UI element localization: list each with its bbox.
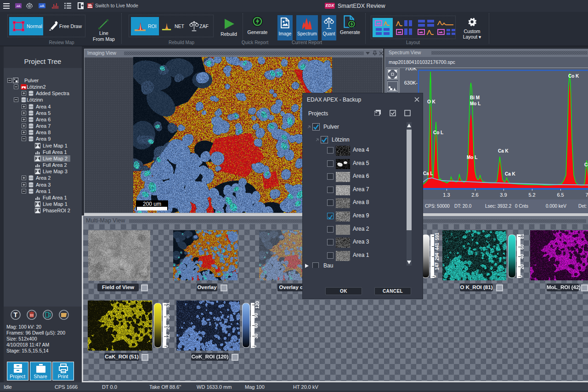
svg-text:700K: 700K bbox=[405, 68, 417, 71]
svg-text:630K-: 630K- bbox=[404, 80, 418, 85]
svg-text:T: T bbox=[13, 311, 17, 318]
